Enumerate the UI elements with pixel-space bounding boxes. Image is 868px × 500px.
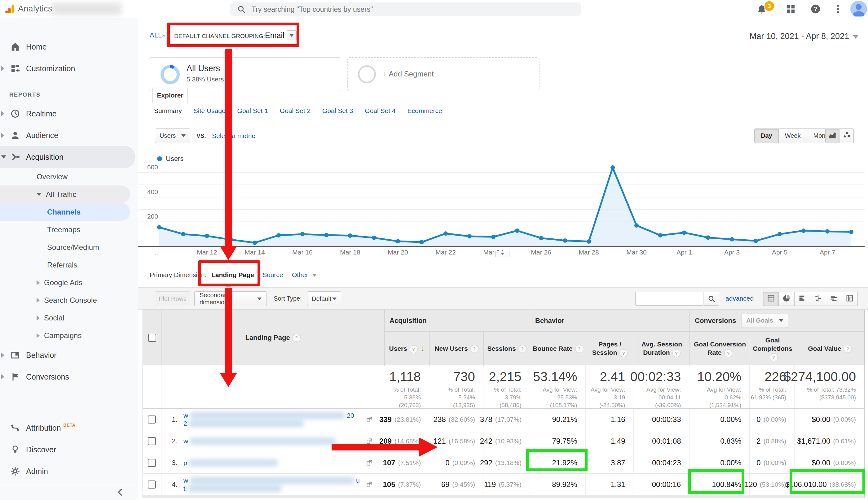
data-point-mar-23[interactable] [467, 234, 472, 238]
sidebar-item-acquisition[interactable]: Acquisition [0, 146, 135, 168]
data-point-mar-16[interactable] [300, 232, 304, 236]
segment-card-all-users[interactable]: All Users 5.38% Users [149, 57, 341, 91]
subtab-goal-set-3[interactable]: Goal Set 3 [322, 107, 353, 115]
data-point-mar-18[interactable] [348, 234, 352, 238]
breadcrumb-all-link[interactable]: ALL [150, 31, 162, 39]
tab-explorer[interactable]: Explorer [153, 88, 188, 103]
data-point-mar-27[interactable] [563, 238, 567, 243]
sidebar-item-source-medium[interactable]: Source/Medium [0, 238, 138, 256]
data-point-mar-20[interactable] [396, 239, 400, 243]
column-header-avg-session-duration[interactable]: Avg. Session Duration? [634, 332, 690, 366]
sidebar-item-behavior[interactable]: Behavior [0, 344, 138, 366]
data-point-mar-21[interactable] [420, 240, 424, 244]
external-link-icon[interactable] [365, 459, 374, 467]
sidebar-item-realtime[interactable]: Realtime [0, 103, 138, 124]
chart-type-scatter-button[interactable] [839, 128, 854, 143]
row-checkbox[interactable] [148, 416, 156, 423]
secondary-dimension-button[interactable]: Secondary dimension [194, 291, 267, 306]
sidebar-item-conversions[interactable]: Conversions [0, 366, 138, 388]
granularity-day[interactable]: Day [754, 128, 779, 143]
data-point-mar-29[interactable] [611, 165, 615, 170]
sidebar-item-attribution[interactable]: AttributionBETA [0, 417, 138, 439]
table-search-input[interactable] [635, 292, 703, 306]
sort-type-button[interactable]: Default [307, 291, 341, 306]
help-icon[interactable]: ? [724, 349, 732, 357]
help-icon[interactable]: ? [519, 345, 526, 353]
data-point-apr-6[interactable] [801, 228, 806, 233]
account-name-redacted[interactable] [51, 3, 122, 15]
sidebar-item-audience[interactable]: Audience [0, 124, 138, 146]
column-header-bounce-rate[interactable]: Bounce Rate? [530, 332, 586, 366]
users-timeseries-chart[interactable]: 200400600...Mar 12Mar 14Mar 16Mar 18Mar … [138, 153, 865, 263]
primary-dimension-other[interactable]: Other [292, 271, 308, 279]
advanced-link[interactable]: advanced [725, 295, 754, 302]
landing-page-url[interactable]: w202 [183, 411, 354, 428]
subtab-summary[interactable]: Summary [154, 107, 182, 115]
data-point-mar-31[interactable] [658, 233, 663, 237]
column-header-sessions[interactable]: Sessions? [484, 332, 530, 366]
select-all-checkbox[interactable] [148, 334, 156, 342]
landing-page-url[interactable]: w [183, 437, 337, 445]
view-pie-button[interactable] [779, 292, 794, 306]
date-range-selector[interactable]: Mar 10, 2021 - Apr 8, 2021 [706, 32, 849, 41]
primary-dimension-landing-page[interactable]: Landing Page [211, 271, 254, 279]
chart-collapse-handle[interactable] [495, 251, 510, 257]
select-a-metric-link[interactable]: Select a metric [212, 132, 255, 140]
granularity-week[interactable]: Week [779, 128, 807, 143]
data-point-mar-12[interactable] [205, 234, 209, 238]
landing-page-column-header[interactable]: Landing Page ? [162, 310, 385, 366]
column-header-new-users[interactable]: New Users? [430, 332, 484, 366]
metric-select-button[interactable]: Users [155, 128, 190, 143]
avatar[interactable] [850, 1, 867, 17]
external-link-icon[interactable] [365, 437, 374, 445]
plot-rows-button[interactable]: Plot Rows [155, 291, 190, 306]
subtab-site-usage[interactable]: Site Usage [194, 107, 226, 115]
data-point-mar-26[interactable] [539, 236, 543, 240]
external-link-icon[interactable] [365, 480, 374, 489]
external-link-icon[interactable] [365, 416, 374, 423]
sidebar-item-search-console[interactable]: Search Console [0, 291, 138, 309]
sidebar-item-referrals[interactable]: Referrals [0, 256, 138, 274]
apps-grid-icon[interactable] [785, 3, 797, 14]
data-point-mar-30[interactable] [634, 223, 639, 228]
sidebar-item-google-ads[interactable]: Google Ads [0, 274, 138, 291]
chart-type-line-chart-button[interactable] [825, 128, 839, 143]
sidebar-item-admin[interactable]: Admin [0, 461, 138, 482]
data-point-mar-22[interactable] [444, 231, 448, 236]
data-point-mar-24[interactable] [491, 235, 496, 239]
subtab-goal-set-1[interactable]: Goal Set 1 [237, 107, 268, 115]
subtab-goal-set-4[interactable]: Goal Set 4 [365, 107, 396, 115]
view-table-grid-button[interactable] [763, 292, 779, 306]
subtab-goal-set-2[interactable]: Goal Set 2 [280, 107, 311, 115]
global-search-input[interactable] [252, 5, 531, 14]
data-point-mar-11[interactable] [181, 232, 185, 236]
data-point-mar-15[interactable] [276, 233, 281, 237]
sidebar-item-channels[interactable]: Channels [0, 203, 130, 221]
add-segment-card[interactable]: + Add Segment [347, 57, 539, 91]
data-point-apr-2[interactable] [706, 235, 710, 240]
help-icon[interactable]: ? [292, 334, 301, 342]
data-point-apr-5[interactable] [778, 232, 782, 236]
subtab-ecommerce[interactable]: Ecommerce [408, 107, 442, 115]
landing-page-url[interactable]: p [183, 459, 279, 467]
view-pivot-button[interactable] [842, 292, 858, 306]
help-icon[interactable]: ? [810, 3, 821, 14]
help-icon[interactable]: ? [410, 345, 418, 353]
table-search-button[interactable] [704, 292, 719, 306]
help-icon[interactable]: ? [575, 345, 583, 353]
help-icon[interactable]: ? [770, 353, 778, 361]
landing-page-url[interactable]: wuti [183, 476, 360, 492]
column-header-users[interactable]: Users?↓ [385, 332, 430, 366]
row-checkbox[interactable] [148, 459, 156, 467]
column-header-goal-value[interactable]: Goal Value? [795, 332, 865, 366]
help-icon[interactable]: ? [620, 349, 627, 357]
sidebar-item-customization[interactable]: Customization [0, 58, 138, 79]
all-goals-selector[interactable]: All Goals [742, 314, 788, 328]
column-header-goal-completions[interactable]: Goal Completions? [750, 332, 795, 366]
sidebar-item-discover[interactable]: Discover [0, 439, 138, 461]
sidebar-item-social[interactable]: Social [0, 309, 138, 327]
row-checkbox[interactable] [148, 437, 156, 445]
data-point-apr-8[interactable] [849, 230, 854, 234]
sidebar-item-all-traffic[interactable]: All Traffic [0, 185, 130, 203]
overflow-menu-icon[interactable] [832, 3, 844, 14]
